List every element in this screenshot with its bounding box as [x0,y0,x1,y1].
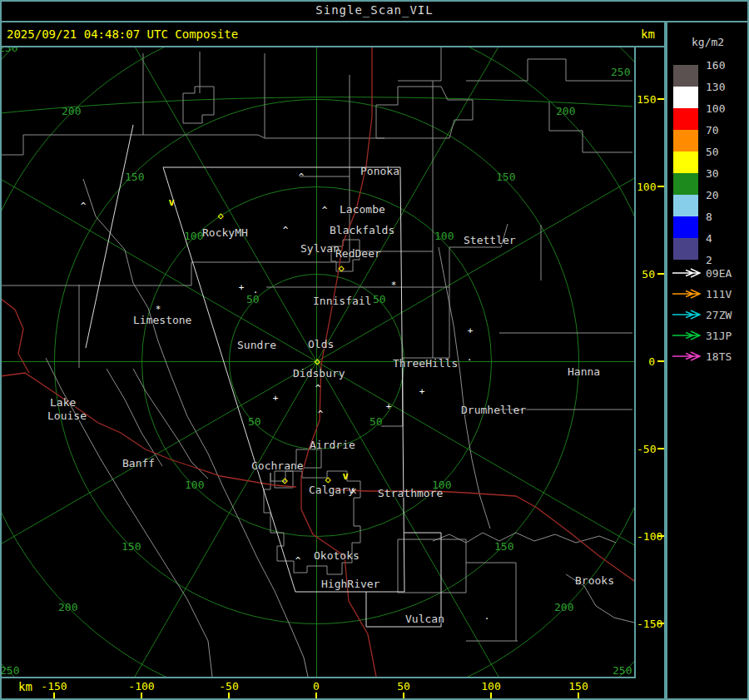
radar-arrow-icon [671,289,702,299]
ring-distance-label: 200 [554,601,573,613]
city-label-lake: Lake [50,396,76,409]
bottom-axis-tick-label: 100 [466,680,516,693]
legend-swatch [673,195,698,216]
city-label-blackfalds: Blackfalds [330,224,394,236]
city-label-stettler: Stettler [464,234,516,246]
bottom-axis-tick [403,693,404,698]
city-label-vulcan: Vulcan [405,613,444,625]
town-marker: ^ [315,383,321,394]
radar-id-label: 27ZW [706,309,732,321]
legend-swatch [673,238,698,260]
city-label-drumheller: Drumheller [461,404,526,416]
ring-distance-label: 250 [611,66,630,78]
bottom-axis-tick-label: 150 [553,680,603,693]
right-axis-tick [657,273,664,275]
ring-distance-label: 150 [125,171,144,183]
ring-distance-label: 100 [185,479,204,491]
legend-value: 30 [706,167,719,180]
legend-value: 4 [706,232,712,245]
legend-swatch [673,108,698,130]
ring-distance-label: 150 [496,171,515,183]
bottom-axis-tick-label: -100 [117,680,166,693]
city-label-brooks: Brooks [575,574,614,587]
bottom-axis-tick-label: -50 [204,680,254,693]
town-marker: ^ [299,171,305,182]
map-canvas[interactable]: 2502001501005050100150200250501001502002… [2,47,636,677]
ring-distance-label: 200 [556,105,575,117]
city-label-threehills: ThreeHills [393,357,458,370]
legend-value: 70 [706,124,719,137]
city-label-airdrie: Airdrie [310,439,355,451]
right-axis-tick-label: 100 [637,181,655,193]
town-marker: ^ [295,555,301,566]
legend-panel: kg/m2 1601301007050302084209EA111V27ZW31… [668,22,747,698]
town-marker: x [351,485,357,496]
radar-site-marker: ◇ [325,474,330,485]
legend-swatch [673,65,698,87]
city-label-rockymh: RockyMH [202,226,248,239]
ring-distance-label: 250 [2,664,19,677]
radar-arrow-icon [671,268,702,278]
right-axis-unit: km [641,27,655,41]
right-axis: 150100500-50-100-150 [637,47,664,677]
legend-value: 100 [706,102,725,115]
ring-distance-label: 250 [2,47,17,54]
bottom-axis-tick [490,693,492,698]
bottom-axis-tick [141,693,142,698]
radar-site-marker: ◇ [281,474,287,486]
status-bar: 2025/09/21 04:48:07 UTC Composite km [0,22,749,47]
ring-distance-label: 150 [122,540,141,553]
legend-value: 160 [706,59,725,72]
town-marker: * [156,304,161,315]
radar-arrow-icon [671,310,702,320]
city-label-louise: Louise [47,410,87,422]
city-label-limestone: Limestone [133,314,191,326]
bottom-axis-tick [228,693,230,698]
radar-id-label: 09EA [706,267,732,280]
ring-distance-label: 50 [370,415,383,428]
legend-separator [664,21,667,700]
town-marker: * [391,280,397,290]
ring-distance-label: 150 [494,540,513,553]
town-marker: ^ [283,225,289,236]
bottom-axis-tick-label: -150 [29,680,79,693]
title-bar[interactable]: Single_Scan_VIL [0,0,749,21]
town-marker: + [386,401,392,412]
bottom-axis-tick-label: 0 [291,680,341,693]
town-marker: + [419,386,425,397]
ring-distance-label: 100 [184,230,203,242]
city-label-sundre: Sundre [237,339,276,351]
radar-app-window: Single_Scan_VIL 2025/09/21 04:48:07 UTC … [0,0,749,700]
map-bottom-border [0,677,636,678]
radar-arrow-icon [671,330,702,340]
legend-value: 130 [706,81,725,93]
ring-distance-label: 50 [248,415,261,428]
right-axis-tick-label: 150 [637,93,655,106]
city-label-hanna: Hanna [568,365,600,378]
city-label-didsbury: Didsbury [293,367,345,380]
legend-swatch [673,173,698,195]
city-label-cochrane: Cochrane [251,459,304,472]
bottom-axis-tick [578,693,579,698]
scan-datetime: 2025/09/21 04:48:07 UTC Composite [7,27,238,41]
city-label-ponoka: Ponoka [360,165,399,177]
bottom-axis-tick [53,693,55,698]
pointer-marker: v [342,470,348,482]
radar-site-marker: ◇ [338,262,344,274]
town-marker: · [253,287,259,298]
radar-id-label: 18TS [706,350,732,363]
city-label-reddeer: RedDeer [335,247,381,260]
town-marker: · [467,355,473,365]
radar-arrow-icon [671,351,702,361]
city-label-highriver: HighRiver [321,578,379,590]
city-label-lacombe: Lacombe [340,203,385,216]
city-label-calgary: Calgary [309,484,355,496]
town-marker: + [273,393,279,404]
map-labels-overlay: 2502001501005050100150200250501001502002… [2,47,634,677]
radar-id-label: 111V [706,288,732,300]
legend-units-label: kg/m2 [692,36,724,48]
pointer-marker: v [168,196,174,208]
town-marker: ^ [81,201,87,211]
bottom-axis-tick [315,693,317,698]
right-axis-tick-label: -150 [637,618,655,630]
